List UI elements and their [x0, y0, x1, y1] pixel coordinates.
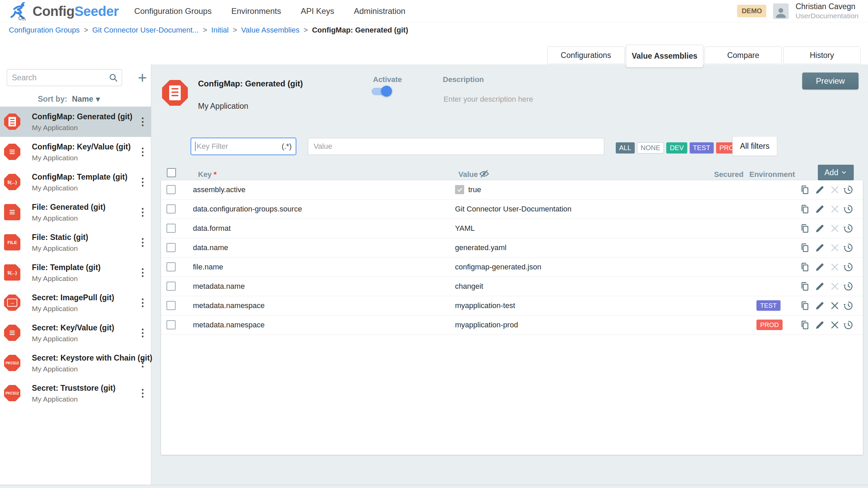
sidebar-item-secret-truststore[interactable]: PKCS12 Secret: Truststore (git) My Appli…: [0, 378, 151, 408]
nav-configuration-groups[interactable]: Configuration Groups: [134, 6, 212, 16]
app-logo[interactable]: ConfigSeeder: [9, 2, 119, 21]
tab-configurations[interactable]: Configurations: [547, 46, 625, 64]
preview-button[interactable]: Preview: [802, 73, 859, 89]
env-filter-dev[interactable]: DEV: [666, 142, 687, 154]
delete-icon[interactable]: [830, 320, 840, 330]
env-filter-all[interactable]: ALL: [616, 142, 635, 154]
description-field[interactable]: Enter your description here: [443, 95, 533, 104]
item-title: ConfigMap: Key/Value (git): [32, 142, 131, 151]
history-icon[interactable]: [843, 223, 853, 233]
tab-compare[interactable]: Compare: [705, 46, 782, 64]
item-menu-icon[interactable]: ⋮: [138, 327, 146, 339]
user-menu[interactable]: Christian Cavegn UserDocumentation: [795, 2, 859, 20]
all-filters-button[interactable]: All filters: [732, 136, 777, 156]
copy-icon[interactable]: [800, 281, 810, 291]
tab-bar: Configurations Value Assemblies Compare …: [547, 45, 861, 64]
edit-icon[interactable]: [815, 243, 825, 253]
edit-icon[interactable]: [815, 185, 825, 195]
history-icon[interactable]: [843, 204, 853, 214]
copy-icon[interactable]: [800, 301, 810, 311]
sidebar-item-file-template[interactable]: ${...} File: Template (git) My Applicati…: [0, 258, 151, 288]
sort-by-select[interactable]: Name▾: [72, 95, 100, 104]
row-checkbox[interactable]: [166, 224, 176, 233]
sidebar-item-secret-imagepull[interactable]: → Secret: ImagePull (git) My Application…: [0, 288, 151, 318]
main-nav: Configuration Groups Environments API Ke…: [134, 6, 406, 16]
copy-icon[interactable]: [800, 185, 810, 195]
row-checkbox[interactable]: [166, 185, 176, 194]
table-row: metadata.name changeit: [161, 277, 863, 296]
nav-environments[interactable]: Environments: [231, 6, 281, 16]
row-checkbox[interactable]: [166, 262, 176, 271]
sidebar-item-configmap-template[interactable]: ${...} ConfigMap: Template (git) My Appl…: [0, 167, 151, 197]
user-avatar[interactable]: [773, 3, 789, 19]
item-menu-icon[interactable]: ⋮: [138, 206, 146, 218]
icon-glyph: ≡: [9, 328, 15, 338]
wordmark-prefix: Config: [33, 4, 75, 19]
sidebar-item-file-static[interactable]: FILE File: Static (git) My Application ⋮: [0, 227, 151, 258]
value-filter-input[interactable]: [308, 138, 604, 155]
edit-icon[interactable]: [815, 262, 825, 272]
history-icon[interactable]: [843, 281, 853, 291]
edit-icon[interactable]: [815, 223, 825, 233]
sidebar-item-file-generated[interactable]: ≡ File: Generated (git) My Application ⋮: [0, 197, 151, 227]
breadcrumb-initial[interactable]: Initial: [211, 26, 229, 35]
edit-icon[interactable]: [815, 301, 825, 311]
edit-icon[interactable]: [815, 281, 825, 291]
row-checkbox[interactable]: [166, 282, 176, 291]
copy-icon[interactable]: [800, 262, 810, 272]
activate-toggle[interactable]: [372, 85, 393, 97]
search-icon[interactable]: [108, 73, 118, 82]
item-menu-icon[interactable]: ⋮: [138, 297, 146, 308]
nav-api-keys[interactable]: API Keys: [301, 6, 334, 16]
item-menu-icon[interactable]: ⋮: [138, 236, 146, 248]
item-title: Secret: ImagePull (git): [32, 293, 114, 302]
key-filter-input[interactable]: [191, 138, 296, 155]
add-button[interactable]: Add: [818, 165, 854, 180]
delete-icon: [830, 185, 840, 195]
history-icon[interactable]: [843, 262, 853, 272]
delete-icon[interactable]: [830, 301, 840, 311]
item-menu-icon[interactable]: ⋮: [138, 387, 146, 399]
env-filter-none[interactable]: NONE: [637, 142, 664, 154]
select-all-checkbox[interactable]: [167, 168, 176, 177]
item-menu-icon[interactable]: ⋮: [138, 146, 146, 158]
history-icon[interactable]: [843, 185, 853, 195]
search-input[interactable]: [7, 69, 122, 86]
env-filter-test[interactable]: TEST: [690, 142, 714, 154]
item-menu-icon[interactable]: ⋮: [138, 357, 146, 369]
tab-history[interactable]: History: [783, 46, 861, 64]
sort-row: Sort by: Name▾: [0, 93, 151, 105]
nav-administration[interactable]: Administration: [354, 6, 406, 16]
sidebar-item-secret-keyvalue[interactable]: ≡ Secret: Key/Value (git) My Application…: [0, 318, 151, 348]
tab-value-assemblies[interactable]: Value Assemblies: [626, 45, 703, 67]
copy-icon[interactable]: [800, 320, 810, 330]
copy-icon[interactable]: [800, 243, 810, 253]
add-value-assembly-button[interactable]: +: [135, 69, 150, 86]
row-checkbox[interactable]: [166, 204, 176, 214]
column-header-value: Value: [458, 170, 478, 179]
breadcrumb-configuration-groups[interactable]: Configuration Groups: [9, 26, 80, 35]
breadcrumb-git-connector[interactable]: Git Connector User-Document...: [92, 26, 199, 35]
history-icon[interactable]: [843, 243, 853, 253]
sidebar-item-configmap-generated[interactable]: ConfigMap: Generated (git) My Applicatio…: [0, 107, 151, 137]
item-menu-icon[interactable]: ⋮: [138, 116, 146, 127]
history-icon[interactable]: [843, 320, 853, 330]
copy-icon[interactable]: [800, 223, 810, 233]
secret-imagepull-icon: →: [4, 294, 20, 311]
sidebar-item-secret-keystore-with-chain[interactable]: PKCS12 Secret: Keystore with Chain (git)…: [0, 348, 151, 378]
edit-icon[interactable]: [815, 204, 825, 214]
row-checkbox[interactable]: [166, 301, 176, 310]
sidebar-item-configmap-keyvalue[interactable]: ≡ ConfigMap: Key/Value (git) My Applicat…: [0, 137, 151, 167]
copy-icon[interactable]: [800, 204, 810, 214]
item-menu-icon[interactable]: ⋮: [138, 176, 146, 188]
history-icon[interactable]: [843, 301, 853, 311]
item-subtitle: My Application: [32, 244, 78, 252]
breadcrumb-value-assemblies[interactable]: Value Assemblies: [241, 26, 299, 35]
row-checkbox[interactable]: [166, 243, 176, 252]
item-menu-icon[interactable]: ⋮: [138, 266, 146, 278]
row-checkbox[interactable]: [166, 320, 176, 329]
edit-icon[interactable]: [815, 320, 825, 330]
sidebar: + Sort by: Name▾ ConfigMap: Generated (g…: [0, 64, 151, 485]
hide-values-icon[interactable]: [479, 169, 490, 179]
row-value: generated.yaml: [455, 238, 507, 257]
